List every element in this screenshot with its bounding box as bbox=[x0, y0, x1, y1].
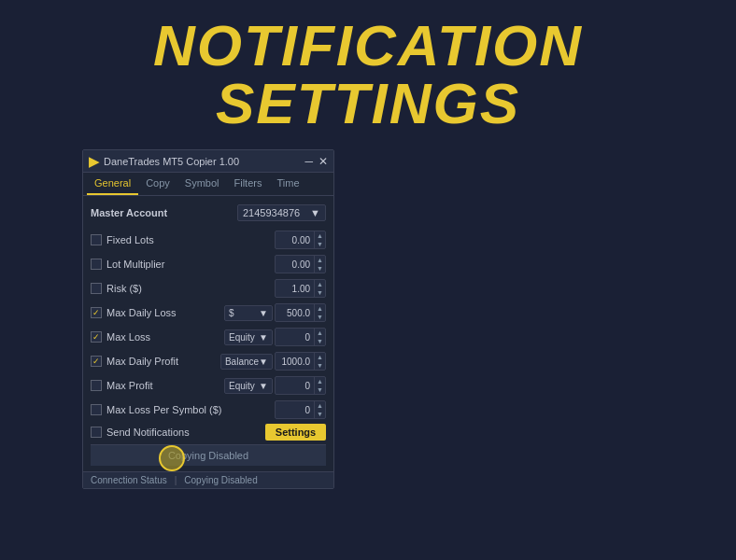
lot-multiplier-value: 0.00 bbox=[276, 258, 314, 272]
fixed-lots-row: Fixed Lots 0.00 ▲ ▼ bbox=[91, 230, 326, 250]
lot-multiplier-up[interactable]: ▲ bbox=[315, 256, 325, 264]
status-divider: | bbox=[175, 475, 177, 485]
fixed-lots-checkbox[interactable] bbox=[91, 234, 102, 245]
max-profit-input[interactable]: 0 ▲ ▼ bbox=[275, 376, 326, 395]
app-window: ▶ DaneTrades MT5 Copier 1.00 ─ ✕ General… bbox=[82, 149, 334, 489]
max-profit-up[interactable]: ▲ bbox=[315, 377, 325, 385]
max-daily-profit-checkbox[interactable] bbox=[91, 356, 102, 367]
max-loss-per-symbol-down[interactable]: ▼ bbox=[315, 410, 325, 418]
close-button[interactable]: ✕ bbox=[318, 156, 328, 167]
max-daily-loss-checkbox[interactable] bbox=[91, 307, 102, 318]
max-loss-dropdown-arrow: ▼ bbox=[259, 332, 268, 343]
title-bar: ▶ DaneTrades MT5 Copier 1.00 ─ ✕ bbox=[83, 150, 333, 173]
risk-value: 1.00 bbox=[276, 282, 314, 296]
tab-copy[interactable]: Copy bbox=[138, 173, 177, 195]
max-profit-value: 0 bbox=[276, 379, 314, 393]
fixed-lots-right: 0.00 ▲ ▼ bbox=[275, 231, 326, 249]
master-account-value: 2145934876 bbox=[243, 207, 300, 218]
copying-status-value: Copying Disabled bbox=[184, 475, 257, 485]
max-profit-label: Max Profit bbox=[106, 380, 153, 391]
fixed-lots-spinners: ▲ ▼ bbox=[314, 231, 325, 248]
lot-multiplier-down[interactable]: ▼ bbox=[315, 264, 325, 273]
max-loss-per-symbol-input[interactable]: 0 ▲ ▼ bbox=[275, 400, 326, 419]
max-loss-checkbox[interactable] bbox=[91, 331, 102, 343]
settings-button[interactable]: Settings bbox=[265, 424, 326, 441]
max-profit-spinners: ▲ ▼ bbox=[314, 377, 325, 394]
max-daily-loss-value: 500.0 bbox=[276, 306, 314, 320]
max-daily-loss-dropdown[interactable]: $ ▼ bbox=[224, 305, 273, 321]
max-profit-right: Equity ▼ 0 ▲ ▼ bbox=[224, 376, 326, 395]
max-profit-left: Max Profit bbox=[91, 380, 224, 391]
max-daily-loss-label: Max Daily Loss bbox=[106, 307, 177, 318]
fixed-lots-up[interactable]: ▲ bbox=[315, 231, 325, 240]
lot-multiplier-spinners: ▲ ▼ bbox=[314, 256, 325, 273]
risk-left: Risk ($) bbox=[91, 283, 275, 294]
max-daily-loss-down[interactable]: ▼ bbox=[315, 313, 325, 321]
max-profit-checkbox[interactable] bbox=[91, 380, 102, 391]
master-account-row: Master Account 2145934876 ▼ bbox=[91, 202, 326, 224]
max-loss-right: Equity ▼ 0 ▲ ▼ bbox=[224, 328, 326, 346]
max-daily-profit-down[interactable]: ▼ bbox=[315, 361, 325, 370]
title-bar-left: ▶ DaneTrades MT5 Copier 1.00 bbox=[89, 154, 239, 169]
fixed-lots-down[interactable]: ▼ bbox=[315, 240, 325, 248]
page-title: NOTIFICATION SETTINGS bbox=[0, 17, 736, 133]
title-bar-controls: ─ ✕ bbox=[304, 156, 328, 167]
tab-symbol[interactable]: Symbol bbox=[177, 173, 227, 195]
max-loss-label: Max Loss bbox=[106, 331, 150, 343]
risk-label: Risk ($) bbox=[106, 283, 142, 294]
tab-general[interactable]: General bbox=[87, 173, 138, 195]
app-title: DaneTrades MT5 Copier 1.00 bbox=[104, 156, 239, 167]
max-loss-left: Max Loss bbox=[91, 331, 224, 343]
master-account-select[interactable]: 2145934876 ▼ bbox=[237, 204, 326, 221]
max-loss-per-symbol-value: 0 bbox=[276, 403, 314, 417]
copying-disabled-bar[interactable]: Copying Disabled bbox=[91, 444, 326, 466]
lot-multiplier-right: 0.00 ▲ ▼ bbox=[275, 255, 326, 273]
max-loss-up[interactable]: ▲ bbox=[315, 329, 325, 337]
connection-status-label: Connection Status bbox=[91, 475, 167, 485]
max-loss-value: 0 bbox=[276, 330, 314, 344]
fixed-lots-input[interactable]: 0.00 ▲ ▼ bbox=[275, 231, 326, 249]
max-profit-down[interactable]: ▼ bbox=[315, 385, 325, 394]
max-daily-profit-spinners: ▲ ▼ bbox=[314, 353, 325, 370]
risk-down[interactable]: ▼ bbox=[315, 288, 325, 297]
max-daily-loss-spinners: ▲ ▼ bbox=[314, 304, 325, 321]
minimize-button[interactable]: ─ bbox=[304, 156, 313, 167]
max-loss-dropdown-val: Equity bbox=[229, 332, 255, 343]
max-daily-profit-value: 1000.0 bbox=[276, 355, 314, 369]
settings-content: Master Account 2145934876 ▼ Fixed Lots 0… bbox=[83, 196, 333, 471]
max-daily-loss-row: Max Daily Loss $ ▼ 500.0 ▲ ▼ bbox=[91, 302, 326, 323]
max-loss-per-symbol-checkbox[interactable] bbox=[91, 404, 102, 415]
lot-multiplier-checkbox[interactable] bbox=[91, 259, 102, 270]
risk-checkbox[interactable] bbox=[91, 283, 102, 294]
fixed-lots-value: 0.00 bbox=[276, 233, 314, 247]
send-notifications-checkbox[interactable] bbox=[91, 427, 102, 438]
status-bar: Connection Status | Copying Disabled bbox=[83, 471, 333, 488]
tab-time[interactable]: Time bbox=[269, 173, 306, 195]
risk-up[interactable]: ▲ bbox=[315, 280, 325, 288]
lot-multiplier-label: Lot Multiplier bbox=[106, 259, 164, 270]
max-daily-profit-dropdown[interactable]: Balance ▼ bbox=[220, 354, 273, 370]
lot-multiplier-row: Lot Multiplier 0.00 ▲ ▼ bbox=[91, 254, 326, 274]
max-profit-dropdown[interactable]: Equity ▼ bbox=[224, 378, 273, 394]
max-loss-row: Max Loss Equity ▼ 0 ▲ ▼ bbox=[91, 327, 326, 347]
max-daily-profit-up[interactable]: ▲ bbox=[315, 353, 325, 361]
max-daily-loss-up[interactable]: ▲ bbox=[315, 304, 325, 313]
max-daily-loss-right: $ ▼ 500.0 ▲ ▼ bbox=[224, 303, 326, 322]
tab-filters[interactable]: Filters bbox=[227, 173, 270, 195]
master-account-arrow: ▼ bbox=[310, 207, 320, 218]
risk-input[interactable]: 1.00 ▲ ▼ bbox=[275, 279, 326, 298]
max-loss-dropdown[interactable]: Equity ▼ bbox=[224, 329, 273, 345]
lot-multiplier-left: Lot Multiplier bbox=[91, 259, 275, 270]
max-profit-dropdown-arrow: ▼ bbox=[259, 381, 268, 391]
max-loss-down[interactable]: ▼ bbox=[315, 337, 325, 345]
max-daily-profit-input[interactable]: 1000.0 ▲ ▼ bbox=[275, 352, 326, 371]
max-daily-loss-dropdown-val: $ bbox=[229, 308, 234, 318]
risk-spinners: ▲ ▼ bbox=[314, 280, 325, 297]
max-loss-per-symbol-left: Max Loss Per Symbol ($) bbox=[91, 404, 275, 415]
max-daily-loss-input[interactable]: 500.0 ▲ ▼ bbox=[275, 303, 326, 322]
lot-multiplier-input[interactable]: 0.00 ▲ ▼ bbox=[275, 255, 326, 273]
max-loss-per-symbol-up[interactable]: ▲ bbox=[315, 401, 325, 410]
max-loss-per-symbol-label: Max Loss Per Symbol ($) bbox=[106, 404, 221, 415]
max-loss-input[interactable]: 0 ▲ ▼ bbox=[275, 328, 326, 346]
max-loss-spinners: ▲ ▼ bbox=[314, 329, 325, 345]
